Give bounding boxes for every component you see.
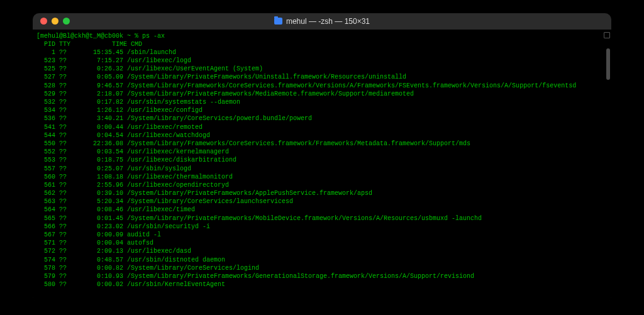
- window-title: mehul — -zsh — 150×31: [33, 17, 611, 26]
- terminal-output: [mehul@Bl@ckh@t_M@cb00k ~ % ps -ax PID T…: [36, 32, 608, 289]
- page-indicator-icon: [604, 32, 610, 38]
- terminal-body[interactable]: [mehul@Bl@ckh@t_M@cb00k ~ % ps -ax PID T…: [33, 30, 611, 302]
- traffic-lights: [33, 18, 70, 25]
- scrollbar-thumb[interactable]: [606, 48, 610, 80]
- titlebar: mehul — -zsh — 150×31: [33, 13, 611, 30]
- terminal-window: mehul — -zsh — 150×31 [mehul@Bl@ckh@t_M@…: [33, 13, 611, 302]
- folder-icon: [274, 18, 282, 25]
- maximize-button[interactable]: [63, 18, 70, 25]
- minimize-button[interactable]: [52, 18, 58, 25]
- close-button[interactable]: [40, 18, 47, 25]
- title-text: mehul — -zsh — 150×31: [286, 17, 370, 26]
